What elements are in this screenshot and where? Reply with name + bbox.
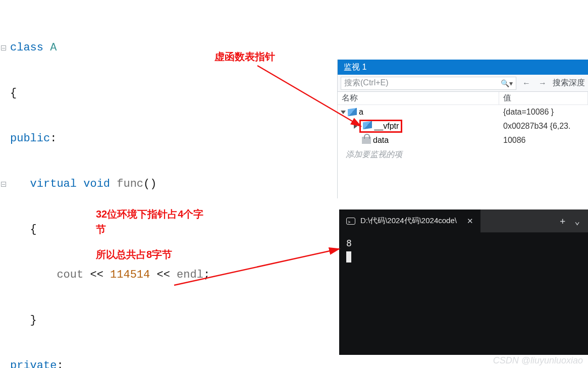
watch-title[interactable]: 监视 1 bbox=[338, 60, 588, 75]
watch-add-item[interactable]: 添加要监视的项 bbox=[338, 147, 588, 162]
search-input[interactable]: 搜索(Ctrl+E) 🔍▾ bbox=[341, 77, 516, 90]
search-depth-label: 搜索深度 bbox=[553, 78, 585, 88]
nav-forward-button[interactable]: → bbox=[537, 77, 549, 89]
watch-row-a[interactable]: a {data=10086 } bbox=[338, 105, 588, 119]
watermark: CSDN @liuyunluoxiao bbox=[493, 355, 583, 366]
watch-row-vfptr[interactable]: __vfptr 0x00287b34 {6,23. bbox=[338, 119, 588, 133]
terminal-window: D:\代码\2024代码\2024code\ ✕ + ⌄ 8 bbox=[339, 209, 588, 355]
column-name[interactable]: 名称 bbox=[338, 92, 499, 104]
watch-toolbar: 搜索(Ctrl+E) 🔍▾ ← → 搜索深度 bbox=[338, 75, 588, 92]
keyword-public: public bbox=[10, 132, 50, 145]
terminal-cursor bbox=[346, 251, 351, 262]
annotation-ptr32-l2: 节 bbox=[96, 222, 106, 236]
terminal-tabbar: D:\代码\2024代码\2024code\ ✕ + ⌄ bbox=[339, 209, 588, 233]
search-placeholder: 搜索(Ctrl+E) bbox=[344, 78, 389, 88]
object-icon bbox=[363, 121, 372, 130]
lock-icon bbox=[362, 137, 371, 144]
vfptr-highlight-box: __vfptr bbox=[359, 120, 402, 133]
class-name: A bbox=[50, 41, 57, 54]
terminal-output: 8 bbox=[346, 238, 581, 248]
watch-window: 监视 1 搜索(Ctrl+E) 🔍▾ ← → 搜索深度 名称 值 a {data… bbox=[337, 60, 588, 198]
tab-menu-button[interactable]: ⌄ bbox=[574, 216, 580, 226]
close-icon[interactable]: ✕ bbox=[467, 217, 473, 226]
column-value[interactable]: 值 bbox=[499, 92, 588, 104]
annotation-total: 所以总共占8字节 bbox=[96, 247, 172, 261]
nav-back-button[interactable]: ← bbox=[520, 77, 532, 89]
terminal-tab[interactable]: D:\代码\2024代码\2024code\ ✕ bbox=[339, 209, 480, 233]
terminal-icon bbox=[346, 218, 355, 225]
search-icon[interactable]: 🔍▾ bbox=[501, 79, 513, 87]
watch-row-data[interactable]: data 10086 bbox=[338, 133, 588, 147]
terminal-tab-title: D:\代码\2024代码\2024code\ bbox=[360, 216, 457, 226]
keyword-class: class bbox=[10, 41, 43, 54]
object-icon bbox=[348, 108, 357, 117]
annotation-ptr32-l1: 32位环境下指针占4个字 bbox=[96, 207, 203, 221]
terminal-body[interactable]: 8 bbox=[339, 233, 588, 355]
chevron-down-icon[interactable] bbox=[341, 111, 346, 114]
code-editor[interactable]: class A { public: virtual void func() { … bbox=[0, 10, 333, 368]
annotation-vfptr: 虚函数表指针 bbox=[215, 49, 275, 64]
add-tab-button[interactable]: + bbox=[560, 216, 565, 226]
keyword-private: private bbox=[10, 359, 57, 368]
watch-columns: 名称 值 bbox=[338, 92, 588, 105]
chevron-right-icon[interactable] bbox=[354, 124, 357, 129]
